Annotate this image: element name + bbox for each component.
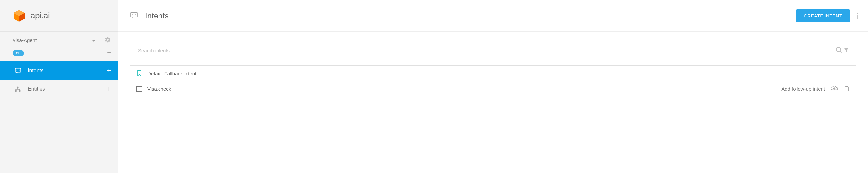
intent-row[interactable]: Visa.check Add follow-up intent	[130, 81, 856, 97]
nav-label: Intents	[28, 68, 107, 74]
svg-rect-9	[19, 90, 21, 92]
add-followup-link[interactable]: Add follow-up intent	[781, 86, 825, 92]
trash-icon[interactable]	[844, 85, 849, 93]
search-box	[130, 41, 856, 59]
agent-name: Visa-Agent	[12, 37, 92, 43]
chevron-down-icon	[92, 38, 95, 43]
add-entity-icon[interactable]: +	[107, 85, 111, 94]
svg-point-4	[17, 70, 17, 71]
nav-item-intents[interactable]: Intents +	[0, 61, 118, 80]
intents-header-icon	[130, 11, 138, 21]
nav: Intents + Entities +	[0, 61, 118, 98]
filter-icon[interactable]	[843, 47, 849, 54]
bookmark-icon	[136, 70, 143, 77]
gear-icon[interactable]	[104, 36, 111, 44]
intent-list: Default Fallback Intent Visa.check Add f…	[130, 65, 856, 97]
svg-point-14	[836, 47, 841, 51]
brand-logo-icon	[12, 9, 26, 22]
brand-name: api.ai	[30, 10, 50, 21]
svg-point-5	[18, 70, 19, 71]
checkbox-icon[interactable]	[136, 86, 143, 93]
more-menu-icon[interactable]	[857, 13, 858, 19]
entities-icon	[14, 86, 23, 93]
svg-rect-7	[17, 86, 19, 88]
agent-selector[interactable]: Visa-Agent	[0, 32, 118, 47]
search-icon[interactable]	[835, 46, 843, 54]
intent-name: Visa.check	[147, 86, 781, 92]
svg-point-13	[135, 14, 136, 15]
intents-icon	[14, 67, 23, 74]
svg-rect-8	[15, 90, 17, 92]
intent-name: Default Fallback Intent	[147, 71, 849, 76]
add-intent-icon[interactable]: +	[107, 66, 111, 75]
cloud-upload-icon[interactable]	[831, 85, 838, 93]
page-title: Intents	[145, 11, 797, 21]
svg-point-12	[134, 14, 134, 15]
main: Intents CREATE INTENT	[118, 0, 868, 173]
sidebar: api.ai Visa-Agent en +	[0, 0, 118, 173]
content: Default Fallback Intent Visa.check Add f…	[118, 32, 868, 106]
logo[interactable]: api.ai	[0, 0, 118, 32]
language-row: en +	[0, 47, 118, 61]
search-input[interactable]	[138, 48, 835, 53]
language-pill[interactable]: en	[12, 50, 24, 56]
add-language-icon[interactable]: +	[107, 49, 111, 57]
nav-label: Entities	[28, 86, 107, 92]
svg-point-6	[19, 70, 20, 71]
create-intent-button[interactable]: CREATE INTENT	[797, 9, 849, 22]
intent-row[interactable]: Default Fallback Intent	[130, 66, 856, 81]
header: Intents CREATE INTENT	[118, 0, 868, 32]
svg-point-11	[132, 14, 133, 15]
nav-item-entities[interactable]: Entities +	[0, 80, 118, 98]
